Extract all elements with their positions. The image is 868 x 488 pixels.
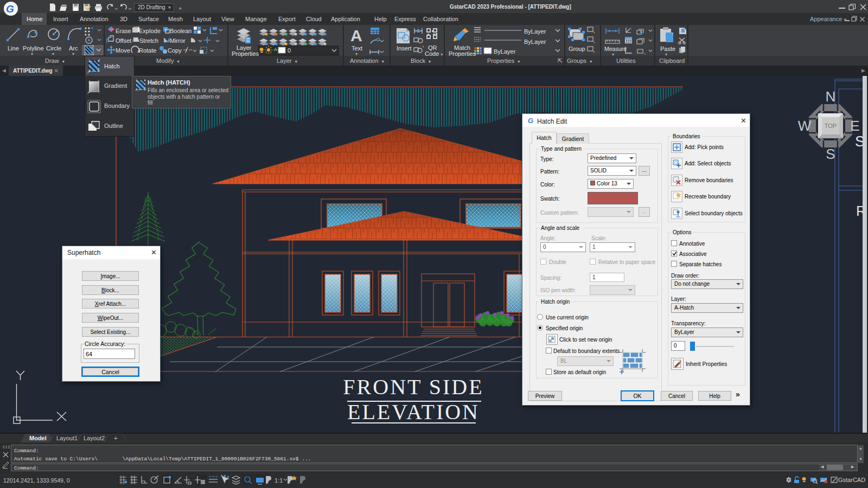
svg-text:N: N [826,88,836,105]
svg-text:Layout1: Layout1 [56,435,78,441]
svg-text:Model: Model [29,435,47,441]
svg-text:E: E [850,118,859,134]
svg-text:ELEVATION: ELEVATION [347,400,480,424]
svg-text:FRONT SIDE: FRONT SIDE [343,375,483,399]
svg-text:TOP: TOP [825,123,837,129]
svg-text:S: S [826,146,835,162]
svg-text:W: W [798,118,812,134]
svg-text:Layout2: Layout2 [84,435,105,441]
svg-text:1:1: 1:1 [275,477,283,484]
svg-text:A: A [350,27,362,44]
svg-text:+: + [114,435,117,441]
